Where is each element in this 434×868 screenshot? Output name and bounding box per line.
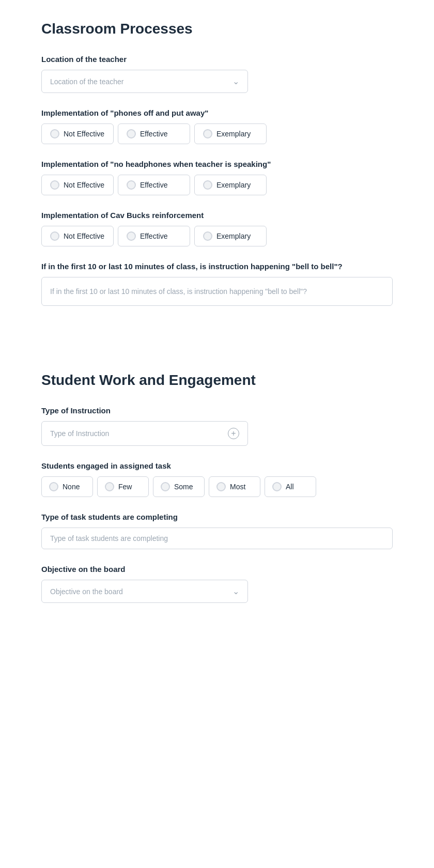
cav-bucks-effective-circle [127, 231, 136, 241]
students-engaged-none-label: None [63, 483, 80, 491]
students-engaged-most-label: Most [230, 483, 245, 491]
classroom-processes-title: Classroom Processes [41, 21, 393, 37]
type-of-instruction-field-group: Type of Instruction Type of Instruction … [41, 405, 393, 446]
phones-not-effective[interactable]: Not Effective [41, 123, 114, 144]
phones-radio-group: Not Effective Effective Exemplary [41, 123, 393, 144]
students-engaged-some[interactable]: Some [153, 476, 205, 497]
students-engaged-few-circle [105, 482, 114, 491]
cav-bucks-exemplary[interactable]: Exemplary [194, 226, 267, 246]
objective-dropdown-placeholder: Objective on the board [50, 587, 123, 596]
task-type-input[interactable] [41, 528, 393, 549]
headphones-radio-group: Not Effective Effective Exemplary [41, 175, 393, 195]
headphones-not-effective-circle [50, 180, 59, 190]
students-engaged-all-label: All [286, 483, 294, 491]
objective-dropdown[interactable]: Objective on the board ⌄ [41, 580, 248, 603]
cav-bucks-effective-label: Effective [140, 232, 167, 240]
bell-to-bell-label: If in the first 10 or last 10 minutes of… [41, 261, 393, 272]
location-field-group: Location of the teacher Location of the … [41, 54, 393, 93]
type-of-instruction-plus-icon: + [228, 428, 239, 439]
phones-exemplary-circle [203, 129, 212, 138]
cav-bucks-field-group: Implementation of Cav Bucks reinforcemen… [41, 210, 393, 246]
objective-field-group: Objective on the board Objective on the … [41, 564, 393, 603]
location-dropdown[interactable]: Location of the teacher ⌄ [41, 70, 248, 93]
headphones-exemplary[interactable]: Exemplary [194, 175, 267, 195]
phones-label: Implementation of "phones off and put aw… [41, 107, 393, 118]
cav-bucks-not-effective[interactable]: Not Effective [41, 226, 114, 246]
phones-exemplary[interactable]: Exemplary [194, 123, 267, 144]
phones-not-effective-circle [50, 129, 59, 138]
students-engaged-all-circle [272, 482, 282, 491]
type-of-instruction-label: Type of Instruction [41, 405, 393, 416]
headphones-not-effective-label: Not Effective [64, 181, 104, 189]
cav-bucks-exemplary-circle [203, 231, 212, 241]
students-engaged-few[interactable]: Few [97, 476, 149, 497]
headphones-effective[interactable]: Effective [118, 175, 190, 195]
headphones-label: Implementation of "no headphones when te… [41, 159, 393, 169]
location-chevron-icon: ⌄ [233, 76, 239, 86]
phones-not-effective-label: Not Effective [64, 130, 104, 138]
cav-bucks-exemplary-label: Exemplary [216, 232, 251, 240]
objective-chevron-icon: ⌄ [233, 586, 239, 596]
students-engaged-few-label: Few [118, 483, 132, 491]
students-engaged-radio-group: None Few Some Most All [41, 476, 393, 497]
headphones-exemplary-circle [203, 180, 212, 190]
bell-to-bell-input[interactable] [41, 277, 393, 306]
headphones-effective-label: Effective [140, 181, 167, 189]
students-engaged-none-circle [49, 482, 58, 491]
students-engaged-some-label: Some [174, 483, 193, 491]
cav-bucks-not-effective-label: Not Effective [64, 232, 104, 240]
phones-effective-circle [127, 129, 136, 138]
section-divider [41, 331, 393, 372]
headphones-effective-circle [127, 180, 136, 190]
headphones-field-group: Implementation of "no headphones when te… [41, 159, 393, 195]
phones-effective-label: Effective [140, 130, 167, 138]
students-engaged-most[interactable]: Most [209, 476, 260, 497]
location-label: Location of the teacher [41, 54, 393, 65]
phones-exemplary-label: Exemplary [216, 130, 251, 138]
cav-bucks-not-effective-circle [50, 231, 59, 241]
students-engaged-all[interactable]: All [265, 476, 316, 497]
cav-bucks-effective[interactable]: Effective [118, 226, 190, 246]
students-engaged-most-circle [216, 482, 226, 491]
cav-bucks-label: Implementation of Cav Bucks reinforcemen… [41, 210, 393, 221]
students-engaged-some-circle [161, 482, 170, 491]
headphones-not-effective[interactable]: Not Effective [41, 175, 114, 195]
students-engaged-field-group: Students engaged in assigned task None F… [41, 460, 393, 497]
headphones-exemplary-label: Exemplary [216, 181, 251, 189]
bell-to-bell-field-group: If in the first 10 or last 10 minutes of… [41, 261, 393, 306]
phones-effective[interactable]: Effective [118, 123, 190, 144]
cav-bucks-radio-group: Not Effective Effective Exemplary [41, 226, 393, 246]
students-engaged-none[interactable]: None [41, 476, 93, 497]
task-type-field-group: Type of task students are completing [41, 512, 393, 549]
location-dropdown-placeholder: Location of the teacher [50, 78, 123, 86]
student-work-title: Student Work and Engagement [41, 372, 393, 389]
phones-field-group: Implementation of "phones off and put aw… [41, 107, 393, 144]
type-of-instruction-dropdown[interactable]: Type of Instruction + [41, 421, 248, 446]
students-engaged-label: Students engaged in assigned task [41, 460, 393, 471]
task-type-label: Type of task students are completing [41, 512, 393, 522]
type-of-instruction-placeholder: Type of Instruction [50, 429, 109, 438]
objective-label: Objective on the board [41, 564, 393, 575]
